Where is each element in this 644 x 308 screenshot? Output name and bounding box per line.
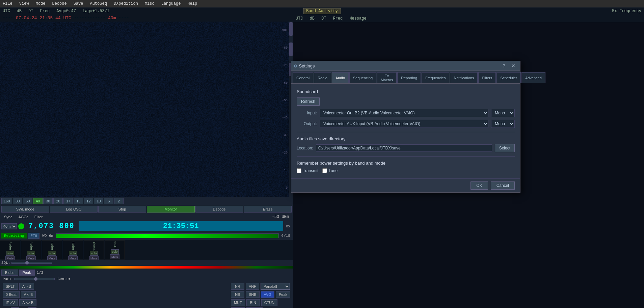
solo-btn-5[interactable]: solo xyxy=(90,251,98,256)
anf-button[interactable]: ANF xyxy=(246,283,259,290)
peak-tab[interactable]: Peak xyxy=(19,270,35,276)
menu-save[interactable]: Save xyxy=(72,1,85,7)
tab-frequencies[interactable]: Frequencies xyxy=(422,72,450,83)
peak-button[interactable]: Peak xyxy=(276,291,290,298)
output-select[interactable]: Voicemeeter AUX Input (VB-Audio Voicemee… xyxy=(320,120,488,128)
solo-btn-4[interactable]: solo xyxy=(69,251,77,256)
a-less-b-button[interactable]: A < B xyxy=(21,291,36,298)
solo-btn-2[interactable]: solo xyxy=(27,251,35,256)
menu-autoseq[interactable]: AutoSeq xyxy=(88,1,108,7)
tab-notifications[interactable]: Notifications xyxy=(450,72,478,83)
refresh-button[interactable]: Refresh xyxy=(297,97,320,106)
menu-decode[interactable]: Decode xyxy=(51,1,68,7)
waterfall-area[interactable]: -90+ -80 -70 -60 -50 -40 -30 -20 -10 0 xyxy=(0,22,293,197)
freq-60[interactable]: 60 xyxy=(23,198,32,204)
tab-filters[interactable]: Filters xyxy=(478,72,496,83)
tab-scheduler[interactable]: Scheduler xyxy=(497,72,521,83)
menu-file[interactable]: File xyxy=(1,1,14,7)
mute-btn-6[interactable]: Mute xyxy=(110,254,119,259)
pan-thumb[interactable] xyxy=(34,277,37,281)
blobs-tab[interactable]: Blobs xyxy=(1,270,18,276)
nb-button[interactable]: NB xyxy=(231,291,244,298)
menu-mode[interactable]: Mode xyxy=(34,1,47,7)
ok-button[interactable]: OK xyxy=(471,181,488,190)
mut-button[interactable]: MUT xyxy=(231,299,245,306)
tab-general[interactable]: General xyxy=(293,72,313,83)
tab-reporting[interactable]: Reporting xyxy=(397,72,421,83)
pan-slider[interactable] xyxy=(14,278,55,280)
erase-button[interactable]: Erase xyxy=(244,206,292,213)
mute-btn-5[interactable]: Mute xyxy=(89,256,99,260)
mute-btn-4[interactable]: Mute xyxy=(68,256,78,260)
menu-help[interactable]: Help xyxy=(186,1,198,7)
bin-button[interactable]: BIN xyxy=(246,299,260,306)
menu-misc[interactable]: Misc xyxy=(143,1,156,7)
decode-button[interactable]: Decode xyxy=(195,206,243,213)
mute-btn-2[interactable]: Mute xyxy=(26,256,36,260)
freq-15[interactable]: 15 xyxy=(74,198,83,204)
tab-sequencing[interactable]: Sequencing xyxy=(349,72,376,83)
band-selector[interactable]: 40m xyxy=(1,223,17,229)
solo-btn-1[interactable]: solo xyxy=(6,251,15,256)
avg-button[interactable]: AVG xyxy=(261,291,274,298)
zero-beat-button[interactable]: 0 Beat xyxy=(3,291,20,298)
agc-button[interactable]: AGCc xyxy=(16,214,31,220)
filter-button[interactable]: Filter xyxy=(32,214,45,220)
left-panel: ---- 07.04.24 21:35:44 UTC ------------ … xyxy=(0,15,293,308)
monitor-button[interactable]: Monitor xyxy=(147,206,195,213)
if-v-button[interactable]: IF->V xyxy=(3,299,18,306)
freq-20[interactable]: 20 xyxy=(53,198,63,204)
tab-audio[interactable]: Audio xyxy=(332,72,349,83)
input-mono-select[interactable]: Mono Stereo xyxy=(491,109,515,117)
panafall-select[interactable]: Panafall Waterfall Panadapter xyxy=(261,283,290,290)
sync-button[interactable]: Sync xyxy=(1,214,15,220)
freq-17[interactable]: 17 xyxy=(63,198,73,204)
location-path-input[interactable] xyxy=(316,144,492,152)
sql-thumb[interactable] xyxy=(25,261,29,264)
menu-view[interactable]: View xyxy=(18,1,30,7)
freq-160[interactable]: 160 xyxy=(1,198,12,204)
sql-slider[interactable] xyxy=(11,262,52,264)
stop-button[interactable]: Stop xyxy=(98,206,146,213)
soundcard-title: Soundcard xyxy=(297,89,515,94)
tune-checkbox[interactable] xyxy=(322,168,327,173)
scroll-thumb-2[interactable] xyxy=(289,43,293,56)
ba-message: Message xyxy=(349,16,366,21)
a-lt-gt-b-button[interactable]: A <> B xyxy=(19,299,36,306)
freq-2[interactable]: 2 xyxy=(114,198,124,204)
output-mono-select[interactable]: Mono Stereo xyxy=(491,120,515,128)
splt-button[interactable]: SPLT xyxy=(3,283,18,290)
freq-30[interactable]: 30 xyxy=(43,198,53,204)
log-qso-button[interactable]: Log QSO xyxy=(50,206,98,213)
freq-40[interactable]: 40 xyxy=(33,198,43,204)
settings-help-button[interactable]: ? xyxy=(501,62,507,69)
tab-tx-macros[interactable]: Tx Macros xyxy=(377,72,397,83)
tab-radio[interactable]: Radio xyxy=(314,72,331,83)
cancel-button[interactable]: Cancel xyxy=(491,181,515,190)
top-bar: UTC dB DT Freq Avg=0.47 Lag=+1.53/1 Band… xyxy=(0,7,644,15)
lag-label: Lag=+1.53/1 xyxy=(83,9,109,13)
menu-language[interactable]: Language xyxy=(160,1,182,7)
db-label: dB xyxy=(17,9,22,13)
tab-advanced[interactable]: Advanced xyxy=(521,72,545,83)
transmit-checkbox[interactable] xyxy=(297,168,301,173)
a-greater-b-button[interactable]: A > B xyxy=(19,283,34,290)
mute-btn-1[interactable]: Mute xyxy=(5,256,15,260)
select-button[interactable]: Select xyxy=(495,144,515,152)
mute-btn-3[interactable]: Mute xyxy=(47,256,57,260)
input-select[interactable]: Voicemeeter Out B2 (VB-Audio Voicemeeter… xyxy=(320,109,488,117)
scroll-thumb[interactable] xyxy=(289,22,293,36)
solo-btn-3[interactable]: solo xyxy=(48,251,56,256)
settings-close-button[interactable]: ✕ xyxy=(509,62,517,69)
freq-6[interactable]: 6 xyxy=(104,198,113,204)
mode-label: FT8 xyxy=(28,233,39,239)
solo-btn-6[interactable]: solo xyxy=(111,249,119,254)
freq-10[interactable]: 10 xyxy=(94,198,103,204)
nr-button[interactable]: NR xyxy=(231,283,244,290)
swl-mode-button[interactable]: SWL mode xyxy=(1,206,49,213)
snb-button[interactable]: SNB xyxy=(246,291,260,298)
ctun-button[interactable]: CTUN xyxy=(261,299,278,306)
freq-12[interactable]: 12 xyxy=(84,198,93,204)
freq-80[interactable]: 80 xyxy=(13,198,22,204)
menu-dxpedition[interactable]: DXpedition xyxy=(112,1,139,7)
